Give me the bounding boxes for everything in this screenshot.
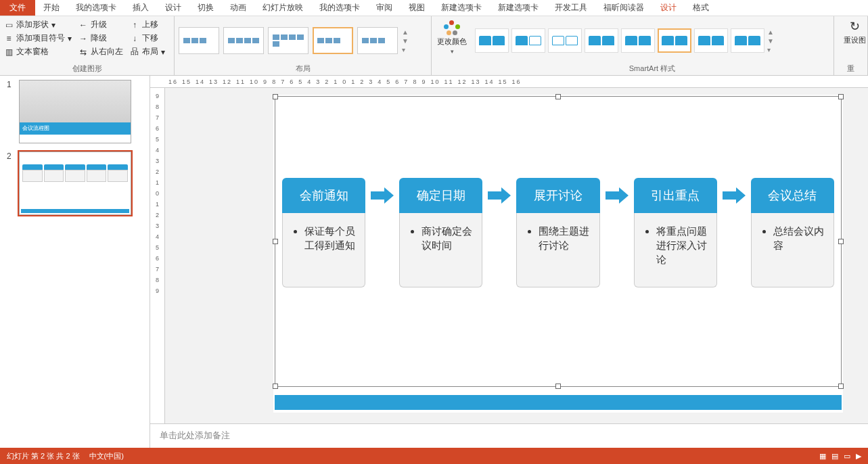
chevron-down-icon: ▾ bbox=[161, 47, 165, 57]
text-pane-icon: ▥ bbox=[4, 47, 14, 57]
scroll-up-icon[interactable]: ▲ bbox=[767, 28, 774, 36]
move-up-button[interactable]: ↑上移 bbox=[130, 19, 165, 30]
group-label: SmartArt 样式 bbox=[475, 62, 829, 74]
view-sorter-icon[interactable]: ▤ bbox=[831, 452, 838, 461]
smartart-node-5[interactable]: 会议总结 总结会议内容 bbox=[751, 178, 834, 287]
tab-smartart-design[interactable]: 设计 bbox=[652, 0, 685, 16]
add-bullet-button[interactable]: ≡添加项目符号▾ bbox=[4, 32, 72, 44]
expand-icon[interactable]: ▾ bbox=[767, 46, 774, 53]
arrow-right-icon bbox=[371, 187, 394, 204]
notes-pane[interactable]: 单击此处添加备注 bbox=[150, 423, 868, 448]
node-title: 会议总结 bbox=[751, 178, 834, 213]
chevron-down-icon: ▾ bbox=[51, 20, 55, 30]
node-title: 会前通知 bbox=[282, 178, 365, 213]
tab-mytab-2[interactable]: 我的选项卡 bbox=[311, 0, 368, 16]
group-layout: ▲ ▼ ▾ 布局 bbox=[175, 16, 432, 75]
style-option-3[interactable] bbox=[548, 28, 582, 53]
style-option-6-selected[interactable] bbox=[658, 28, 691, 53]
arrow-right-icon bbox=[723, 187, 746, 204]
style-option-4[interactable] bbox=[585, 28, 618, 53]
group-create-shapes: ▭添加形状▾ ≡添加项目符号▾ ▥文本窗格 ←升级 →降级 ⇆从右向左 ↑上移 … bbox=[0, 16, 175, 75]
arrow-up-icon: ↑ bbox=[130, 20, 139, 30]
tab-insert[interactable]: 插入 bbox=[124, 0, 157, 16]
move-down-button[interactable]: ↓下移 bbox=[130, 32, 165, 44]
expand-icon[interactable]: ▾ bbox=[402, 46, 409, 53]
layout-option-3[interactable] bbox=[268, 27, 309, 54]
slide-number: 2 bbox=[7, 152, 15, 215]
arrow-down-icon: ↓ bbox=[130, 34, 139, 43]
tab-home[interactable]: 开始 bbox=[35, 0, 68, 16]
node-body: 保证每个员工得到通知 bbox=[304, 224, 355, 252]
tab-animations[interactable]: 动画 bbox=[222, 0, 254, 16]
style-option-7[interactable] bbox=[694, 28, 728, 53]
scroll-up-icon[interactable]: ▲ bbox=[402, 28, 409, 36]
tab-review[interactable]: 审阅 bbox=[368, 0, 401, 16]
svg-marker-0 bbox=[371, 187, 394, 204]
smartart-node-4[interactable]: 引出重点 将重点问题进行深入讨论 bbox=[634, 178, 717, 287]
svg-marker-1 bbox=[488, 187, 511, 204]
editor-area: 1615141312111098765432101234567891011121… bbox=[150, 76, 868, 448]
layout-option-4-selected[interactable] bbox=[313, 27, 353, 54]
node-title: 确定日期 bbox=[399, 178, 482, 213]
view-normal-icon[interactable]: ▦ bbox=[819, 452, 826, 461]
group-label: 创建图形 bbox=[4, 62, 170, 74]
slide-number: 1 bbox=[7, 80, 15, 143]
style-option-8[interactable] bbox=[731, 28, 764, 53]
view-slideshow-icon[interactable]: ▶ bbox=[856, 452, 861, 461]
add-shape-button[interactable]: ▭添加形状▾ bbox=[4, 19, 72, 30]
slide-canvas[interactable]: 会前通知 保证每个员工得到通知 确定日期 商讨确定会议时间 展开讨论 bbox=[273, 95, 843, 413]
style-option-1[interactable] bbox=[475, 28, 509, 53]
svg-marker-3 bbox=[723, 187, 746, 204]
tab-newtab-1[interactable]: 新建选项卡 bbox=[433, 0, 490, 16]
slide-thumbnail-2[interactable]: 2 bbox=[7, 152, 143, 215]
scroll-down-icon[interactable]: ▼ bbox=[402, 37, 409, 45]
slide-footer-bar bbox=[275, 395, 842, 410]
style-option-5[interactable] bbox=[621, 28, 655, 53]
smartart-selection[interactable]: 会前通知 保证每个员工得到通知 确定日期 商讨确定会议时间 展开讨论 bbox=[275, 96, 842, 387]
smartart-node-1[interactable]: 会前通知 保证每个员工得到通知 bbox=[282, 178, 365, 287]
smartart-node-2[interactable]: 确定日期 商讨确定会议时间 bbox=[399, 178, 482, 287]
tab-format[interactable]: 格式 bbox=[685, 0, 717, 16]
slide-panel[interactable]: 1 会议流程图 2 bbox=[0, 76, 150, 448]
layout-button[interactable]: 品布局▾ bbox=[130, 46, 165, 57]
ribbon: ▭添加形状▾ ≡添加项目符号▾ ▥文本窗格 ←升级 →降级 ⇆从右向左 ↑上移 … bbox=[0, 16, 868, 76]
workspace: 1 会议流程图 2 161514131211109876543 bbox=[0, 76, 868, 448]
tab-view[interactable]: 视图 bbox=[401, 0, 433, 16]
ruler-horizontal: 1615141312111098765432101234567891011121… bbox=[150, 76, 868, 88]
canvas[interactable]: 会前通知 保证每个员工得到通知 确定日期 商讨确定会议时间 展开讨论 bbox=[165, 88, 868, 423]
tab-newtab-2[interactable]: 新建选项卡 bbox=[490, 0, 547, 16]
node-title: 展开讨论 bbox=[516, 178, 599, 213]
tab-slideshow[interactable]: 幻灯片放映 bbox=[254, 0, 311, 16]
demote-button[interactable]: →降级 bbox=[78, 32, 123, 44]
smartart-node-3[interactable]: 展开讨论 围绕主题进行讨论 bbox=[516, 178, 599, 287]
reset-icon: ↻ bbox=[850, 19, 860, 34]
change-colors-button[interactable]: 更改颜色 ▾ bbox=[436, 19, 468, 55]
view-reading-icon[interactable]: ▭ bbox=[844, 452, 850, 461]
tab-foxit[interactable]: 福昕阅读器 bbox=[595, 0, 652, 16]
text-pane-button[interactable]: ▥文本窗格 bbox=[4, 46, 72, 57]
node-title: 引出重点 bbox=[634, 178, 717, 213]
style-option-2[interactable] bbox=[511, 28, 545, 53]
tab-transitions[interactable]: 切换 bbox=[189, 0, 222, 16]
rtl-icon: ⇆ bbox=[78, 47, 88, 57]
tab-design[interactable]: 设计 bbox=[157, 0, 189, 16]
status-slide-info: 幻灯片 第 2 张 共 2 张 bbox=[7, 451, 80, 461]
tab-mytab-1[interactable]: 我的选项卡 bbox=[68, 0, 124, 16]
node-body: 商讨确定会议时间 bbox=[421, 224, 472, 252]
layout-option-2[interactable] bbox=[223, 27, 264, 54]
node-body: 围绕主题进行讨论 bbox=[539, 224, 589, 252]
tab-file[interactable]: 文件 bbox=[0, 0, 35, 16]
slide-thumbnail-1[interactable]: 1 会议流程图 bbox=[7, 80, 143, 143]
bullet-icon: ≡ bbox=[4, 34, 14, 43]
layout-option-1[interactable] bbox=[179, 27, 219, 54]
node-body: 总结会议内容 bbox=[773, 224, 824, 252]
scroll-down-icon[interactable]: ▼ bbox=[767, 37, 774, 45]
tab-devtools[interactable]: 开发工具 bbox=[547, 0, 595, 16]
group-label: 布局 bbox=[179, 62, 427, 74]
svg-marker-2 bbox=[606, 187, 629, 204]
promote-button[interactable]: ←升级 bbox=[78, 19, 123, 30]
reset-graphic-button[interactable]: ↻ 重设图 bbox=[838, 19, 868, 45]
rtl-button[interactable]: ⇆从右向左 bbox=[78, 46, 123, 57]
layout-option-5[interactable] bbox=[357, 27, 398, 54]
arrow-right-icon bbox=[606, 187, 629, 204]
